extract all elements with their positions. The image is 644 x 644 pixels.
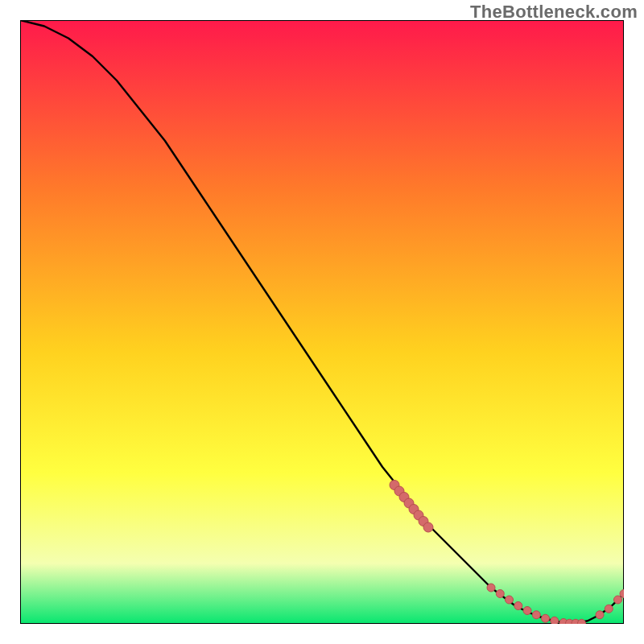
data-dot [496, 590, 504, 598]
data-dot [523, 607, 531, 615]
chart-svg [20, 20, 624, 624]
data-dot [506, 596, 514, 604]
chart-stage: TheBottleneck.com [0, 0, 644, 644]
plot-area [20, 20, 624, 624]
data-dot [614, 596, 622, 604]
data-dot [542, 614, 550, 622]
gradient-background [20, 20, 624, 624]
data-dot [514, 602, 522, 610]
data-dot [551, 617, 559, 624]
data-dot [605, 605, 613, 613]
data-dot [532, 611, 540, 619]
data-dot [487, 584, 495, 592]
data-dot [423, 522, 433, 532]
watermark-text: TheBottleneck.com [470, 2, 638, 23]
data-dot [578, 619, 586, 624]
data-dot [596, 611, 604, 619]
